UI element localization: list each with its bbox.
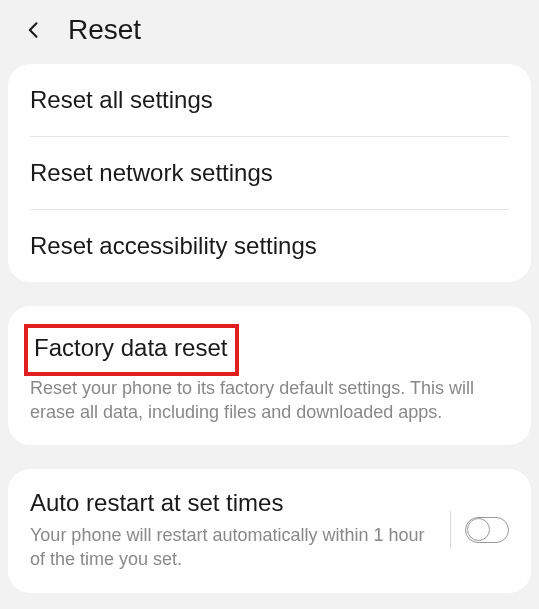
factory-data-reset[interactable]: Factory data reset Reset your phone to i…: [8, 306, 531, 445]
reset-accessibility-settings[interactable]: Reset accessibility settings: [8, 210, 531, 282]
factory-data-reset-title: Factory data reset: [34, 334, 227, 362]
auto-restart-title: Auto restart at set times: [30, 489, 436, 517]
reset-options-card: Reset all settings Reset network setting…: [8, 64, 531, 282]
back-icon[interactable]: [24, 20, 44, 40]
page-title: Reset: [68, 14, 141, 46]
auto-restart-card: Auto restart at set times Your phone wil…: [8, 469, 531, 594]
divider-vertical: [450, 511, 451, 549]
factory-reset-card: Factory data reset Reset your phone to i…: [8, 306, 531, 445]
header: Reset: [0, 0, 539, 64]
reset-network-settings[interactable]: Reset network settings: [8, 137, 531, 209]
toggle-knob: [467, 518, 490, 541]
highlight-annotation: Factory data reset: [24, 324, 239, 376]
auto-restart-text: Auto restart at set times Your phone wil…: [30, 489, 436, 572]
auto-restart-toggle[interactable]: [465, 517, 509, 543]
auto-restart-desc: Your phone will restart automatically wi…: [30, 523, 436, 572]
factory-data-reset-desc: Reset your phone to its factory default …: [30, 376, 509, 425]
auto-restart-item[interactable]: Auto restart at set times Your phone wil…: [8, 469, 531, 594]
reset-all-settings[interactable]: Reset all settings: [8, 64, 531, 136]
